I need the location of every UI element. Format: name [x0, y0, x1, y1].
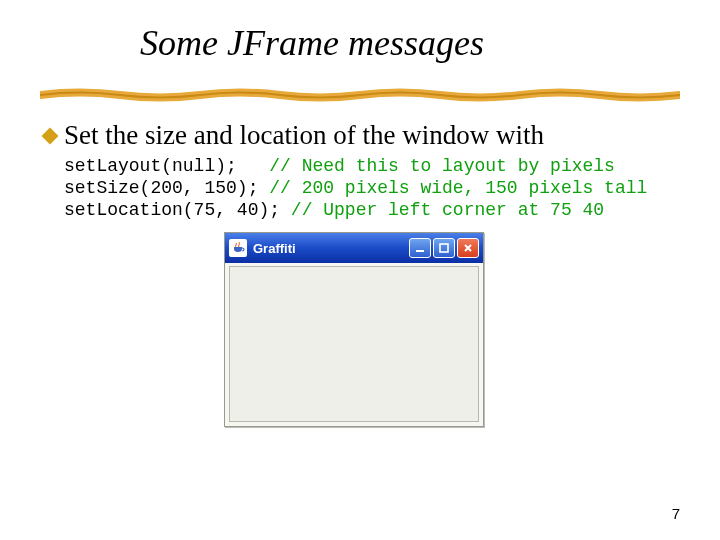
- minimize-icon: [414, 242, 426, 254]
- page-number: 7: [672, 505, 680, 522]
- code-l2-comment: // 200 pixels wide, 150 pixels tall: [269, 178, 647, 198]
- code-l1: setLayout(null);: [64, 156, 269, 176]
- close-button[interactable]: [457, 238, 479, 258]
- svg-rect-1: [440, 244, 448, 252]
- close-icon: [462, 242, 474, 254]
- code-l2: setSize(200, 150);: [64, 178, 269, 198]
- code-l1-comment: // Need this to layout by pixels: [269, 156, 615, 176]
- window-buttons: [409, 238, 479, 258]
- svg-rect-0: [416, 250, 424, 252]
- title-underline: [40, 88, 680, 102]
- maximize-icon: [438, 242, 450, 254]
- jframe-window: Graffiti: [224, 232, 484, 427]
- maximize-button[interactable]: [433, 238, 455, 258]
- content-area: [229, 266, 479, 422]
- code-l3-comment: // Upper left corner at 75 40: [291, 200, 604, 220]
- bullet-diamond-icon: [42, 128, 59, 145]
- slide: Some JFrame messages Set the size and lo…: [0, 0, 720, 540]
- code-l3: setLocation(75, 40);: [64, 200, 291, 220]
- window-title: Graffiti: [253, 241, 409, 256]
- bullet-text: Set the size and location of the window …: [64, 120, 544, 150]
- bullet-line: Set the size and location of the window …: [44, 120, 544, 151]
- minimize-button[interactable]: [409, 238, 431, 258]
- titlebar: Graffiti: [225, 233, 483, 263]
- code-block: setLayout(null); // Need this to layout …: [64, 156, 647, 222]
- java-cup-icon: [229, 239, 247, 257]
- slide-title: Some JFrame messages: [0, 22, 720, 64]
